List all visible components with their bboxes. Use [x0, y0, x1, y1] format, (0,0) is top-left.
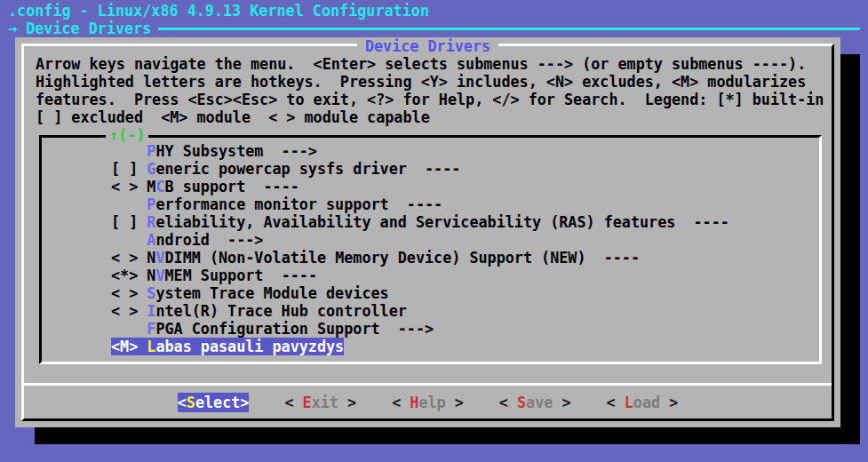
list-item-mcb-support[interactable]: < > MCB support ---- — [42, 178, 819, 195]
menu-list: ↑(-) PHY Subsystem ---> [ ] Generic powe… — [39, 135, 822, 364]
list-item-nvmem[interactable]: <*> NVMEM Support ---- — [42, 267, 819, 284]
breadcrumb-rule — [158, 28, 860, 30]
select-button[interactable]: <Select> — [178, 393, 250, 412]
button-bar-separator — [24, 383, 832, 386]
breadcrumb-label: → Device Drivers — [8, 20, 151, 37]
list-item-fpga[interactable]: FPGA Configuration Support ---> — [42, 320, 819, 338]
button-bar: <Select> < Exit > < Help > < Save > < Lo… — [15, 391, 840, 414]
help-line-4: [ ] excluded <M> module < > module capab… — [36, 108, 430, 126]
list-item-performance-monitor[interactable]: Performance monitor support ---- — [42, 195, 819, 213]
scroll-up-indicator[interactable]: ↑(-) — [106, 126, 148, 144]
list-item-android[interactable]: Android ---> — [42, 231, 819, 249]
help-text: Arrow keys navigate the menu. <Enter> se… — [36, 55, 824, 126]
list-item-ras-features[interactable]: [ ] Reliability, Availability and Servic… — [42, 213, 819, 231]
list-item-labas-pasauli[interactable]: <M> Labas pasauli pavyzdys — [42, 338, 819, 355]
dialog-title: Device Drivers — [15, 38, 840, 54]
list-item-generic-powercap[interactable]: [ ] Generic powercap sysfs driver ---- — [42, 160, 819, 178]
breadcrumb: → Device Drivers — [8, 20, 860, 37]
list-item-system-trace[interactable]: < > System Trace Module devices — [42, 284, 819, 302]
list-item-nvdimm[interactable]: < > NVDIMM (Non-Volatile Memory Device) … — [42, 249, 819, 267]
menuconfig-screen: { "screen": { "title_bar": ".config - Li… — [0, 0, 868, 462]
list-item-phy-subsystem[interactable]: PHY Subsystem ---> — [42, 142, 819, 160]
load-button[interactable]: < Load > — [607, 393, 679, 412]
kernel-config-title: .config - Linux/x86 4.9.13 Kernel Config… — [8, 2, 429, 20]
help-line-2: Highlighted letters are hotkeys. Pressin… — [36, 73, 806, 91]
exit-button[interactable]: < Exit > — [284, 393, 356, 412]
device-drivers-dialog: Device Drivers Arrow keys navigate the m… — [15, 37, 840, 427]
list-item-intel-trace-hub[interactable]: < > Intel(R) Trace Hub controller — [42, 302, 819, 320]
help-line-3: features. Press <Esc><Esc> to exit, <?> … — [36, 91, 824, 108]
help-line-1: Arrow keys navigate the menu. <Enter> se… — [36, 55, 806, 73]
save-button[interactable]: < Save > — [499, 393, 571, 412]
help-button[interactable]: < Help > — [392, 393, 464, 412]
